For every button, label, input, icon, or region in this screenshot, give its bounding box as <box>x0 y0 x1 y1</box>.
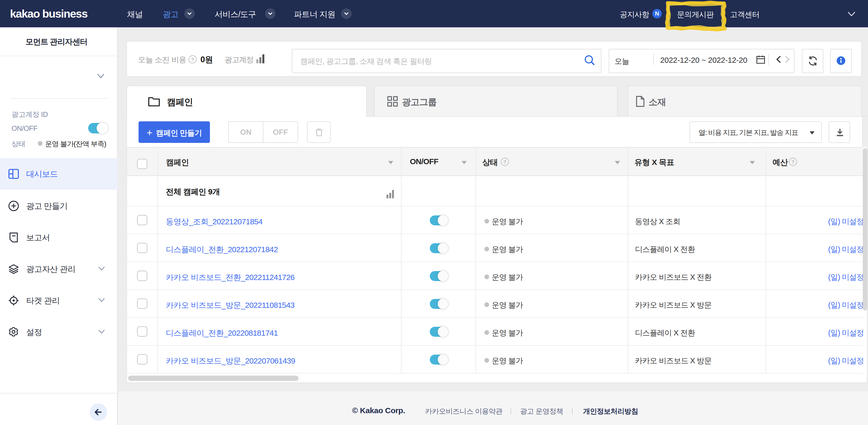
svg-text:?: ? <box>503 159 506 165</box>
svg-text:?: ? <box>191 57 194 62</box>
svg-text:?: ? <box>792 159 795 165</box>
